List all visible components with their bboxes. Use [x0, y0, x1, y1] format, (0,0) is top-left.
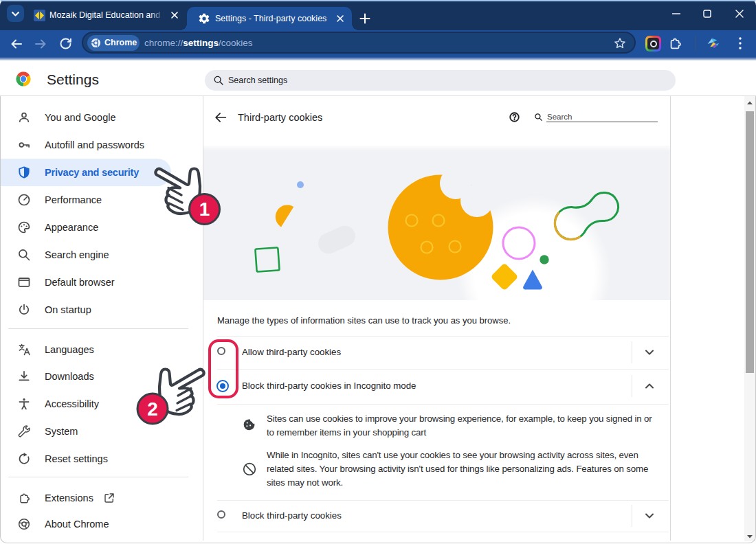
svg-text:1: 1 [199, 199, 210, 220]
svg-text:2: 2 [147, 398, 158, 420]
